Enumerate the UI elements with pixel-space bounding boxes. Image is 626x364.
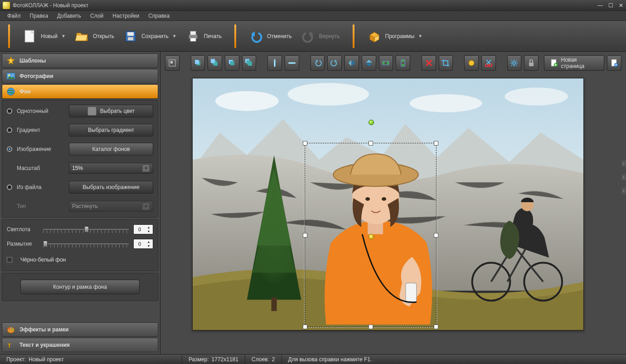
sidebar-templates[interactable]: Шаблоны [2, 53, 158, 68]
bw-checkbox[interactable] [7, 257, 12, 262]
resize-handle-sw[interactable] [303, 325, 307, 329]
settings-tool[interactable] [507, 55, 522, 71]
minimize-button[interactable]: — [597, 2, 603, 9]
menu-edit[interactable]: Правка [26, 12, 52, 20]
send-backward-tool[interactable] [225, 55, 239, 71]
menu-layer[interactable]: Слой [87, 12, 107, 20]
resize-handle-se[interactable] [434, 325, 438, 329]
sidebar-text[interactable]: T Текст и украшения [2, 338, 158, 352]
svg-rect-6 [190, 31, 196, 35]
flip-v-tool[interactable] [362, 55, 376, 71]
canvas-toolbar: Новая страница [165, 55, 621, 71]
menu-help[interactable]: Справка [145, 12, 173, 20]
collapse-handle[interactable]: ‹ [621, 160, 626, 167]
choose-image-button[interactable]: Выбрать изображение [69, 181, 153, 194]
menu-settings[interactable]: Настройки [109, 12, 143, 20]
background-panel: Однотонный Выбрать цвет Градиент Выбрать… [2, 100, 158, 218]
radio-gradient[interactable] [7, 127, 12, 133]
brightness-value[interactable]: ▲▼ [133, 224, 153, 234]
svg-marker-37 [349, 60, 351, 66]
resize-handle-s[interactable] [369, 325, 373, 329]
svg-rect-27 [230, 61, 234, 65]
new-button[interactable]: Новый ▼ [18, 25, 70, 47]
type-select[interactable]: Растянуть ▾ [69, 201, 153, 212]
rotate-right-tool[interactable] [327, 55, 342, 71]
new-page-button[interactable]: Новая страница [544, 55, 604, 71]
resize-handle-ne[interactable] [434, 141, 438, 146]
canvas[interactable] [192, 78, 584, 330]
fit-width-tool[interactable] [379, 55, 393, 71]
divider [8, 24, 10, 48]
rotate-left-tool[interactable] [311, 55, 325, 71]
svg-line-59 [511, 60, 512, 61]
title-bar: ФотоКОЛЛАЖ - Новый проект — ☐ ✕ [0, 0, 626, 11]
resize-handle-n[interactable] [369, 141, 373, 146]
svg-rect-7 [190, 38, 196, 41]
effects-tool[interactable] [464, 55, 479, 71]
svg-text:T: T [8, 343, 11, 349]
chevron-down-icon: ▾ [142, 202, 150, 210]
sidebar-effects[interactable]: Эффекты и рамки [2, 322, 158, 337]
selection-box[interactable] [305, 143, 437, 327]
save-icon [123, 29, 138, 44]
window-title: ФотоКОЛЛАЖ - Новый проект [13, 2, 88, 9]
page-settings-button[interactable] [607, 55, 621, 71]
svg-point-74 [505, 87, 568, 106]
choose-color-button[interactable]: Выбрать цвет [69, 105, 153, 117]
center-h-tool[interactable] [267, 55, 282, 71]
redo-button[interactable]: Вернуть [296, 25, 345, 47]
crop-tool[interactable] [439, 55, 453, 71]
pivot-handle[interactable] [369, 234, 374, 239]
radio-solid[interactable] [7, 108, 12, 114]
collapse-handle[interactable]: ‹ [621, 188, 626, 194]
contour-frame-button[interactable]: Контур и рамка фона [20, 280, 140, 294]
box-icon [367, 29, 382, 44]
chevron-down-icon: ▼ [172, 34, 177, 39]
svg-marker-40 [366, 63, 372, 66]
cut-tool[interactable] [481, 55, 496, 71]
rotate-handle[interactable] [369, 120, 374, 125]
svg-point-72 [288, 83, 369, 106]
resize-handle-nw[interactable] [303, 141, 307, 146]
radio-from-file[interactable] [7, 184, 12, 190]
sidebar-photos[interactable]: Фотографии [2, 69, 158, 83]
lock-tool[interactable] [524, 55, 539, 71]
svg-marker-43 [387, 62, 389, 64]
send-back-tool[interactable] [242, 55, 257, 71]
print-button[interactable]: Печать [181, 25, 226, 47]
choose-gradient-button[interactable]: Выбрать градиент [69, 124, 153, 136]
align-tool[interactable] [165, 55, 180, 71]
brightness-slider[interactable] [43, 225, 129, 233]
open-button[interactable]: Открыть [70, 25, 119, 47]
blur-value[interactable]: ▲▼ [133, 239, 153, 249]
photo-icon [6, 71, 16, 81]
close-button[interactable]: ✕ [619, 2, 623, 9]
save-button[interactable]: Сохранить ▼ [119, 25, 181, 47]
resize-handle-w[interactable] [303, 233, 307, 238]
fit-height-tool[interactable] [396, 55, 410, 71]
menu-file[interactable]: Файл [4, 12, 24, 20]
scale-select[interactable]: 15% ▾ [69, 163, 153, 174]
flip-h-tool[interactable] [345, 55, 359, 71]
menu-add[interactable]: Добавить [53, 12, 85, 20]
background-catalog-button[interactable]: Каталог фонов [69, 143, 153, 155]
delete-tool[interactable] [422, 55, 436, 71]
redo-icon [301, 29, 315, 44]
svg-marker-39 [366, 60, 372, 63]
collapse-handle[interactable]: ‹ [621, 174, 626, 180]
resize-handle-e[interactable] [434, 233, 438, 238]
divider [234, 24, 236, 48]
radio-image[interactable] [7, 146, 12, 152]
svg-point-12 [8, 74, 10, 76]
bring-front-tool[interactable] [208, 55, 222, 71]
sidebar-background[interactable]: Фон [2, 84, 158, 99]
blur-slider[interactable] [43, 240, 129, 248]
svg-point-15 [9, 328, 10, 330]
chevron-down-icon: ▾ [142, 164, 150, 172]
maximize-button[interactable]: ☐ [608, 2, 613, 9]
programs-button[interactable]: Программы ▼ [363, 25, 427, 47]
panel-collapse-handles: ‹ ‹ ‹ [621, 160, 626, 194]
undo-button[interactable]: Отменить [244, 25, 296, 47]
center-v-tool[interactable] [285, 55, 299, 71]
bring-forward-tool[interactable] [191, 55, 205, 71]
